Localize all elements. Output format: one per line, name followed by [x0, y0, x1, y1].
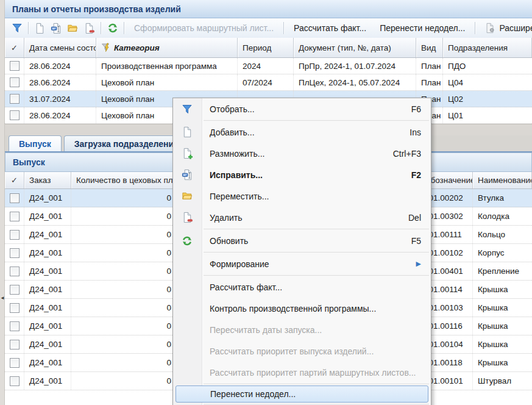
column-header-qty[interactable]: Количество в цеховых планах: [71, 172, 177, 188]
menu-item-udalit[interactable]: Удалить Del: [173, 207, 431, 228]
menu-separator: [204, 229, 429, 229]
calc-fact-button[interactable]: Рассчитать факт...: [287, 23, 373, 33]
menu-item-prioritet-vypuska: Рассчитать приоритет выпуска изделий...: [173, 340, 431, 362]
tab-zagruzka-podrazdelenij[interactable]: Загрузка подразделений: [64, 135, 190, 151]
cell-qty: 0: [71, 299, 177, 317]
column-header-date[interactable]: Дата смены состояния: [24, 38, 96, 57]
filter-button[interactable]: [9, 21, 25, 36]
menu-item-label: Рассчитать приоритет выпуска изделий...: [210, 346, 374, 356]
row-checkbox[interactable]: [10, 285, 20, 295]
extended-button-label: Расширенный: [499, 23, 532, 33]
row-check-cell: [5, 299, 24, 317]
cell-qty: 0: [71, 207, 177, 225]
row-checkbox[interactable]: [10, 193, 20, 203]
toolbar-separator: [101, 22, 101, 34]
menu-item-obnovit[interactable]: Обновить F5: [173, 230, 431, 251]
menu-item-shortcut: F5: [399, 236, 421, 246]
make-route-list-button: Сформировать маршрутный лист...: [127, 23, 280, 33]
row-checkbox[interactable]: [10, 248, 20, 258]
menu-item-dobavit[interactable]: Добавить... Ins: [173, 121, 431, 143]
row-checkbox[interactable]: [10, 267, 20, 276]
copy-document-icon: [181, 148, 193, 160]
edit-record-button[interactable]: [48, 21, 65, 36]
row-checkbox[interactable]: [10, 230, 20, 240]
add-record-button[interactable]: [32, 21, 48, 36]
check-column-icon: ✓: [11, 176, 18, 185]
context-menu: Отобрать... F6 Добавить... Ins Размножит…: [172, 98, 431, 405]
menu-separator: [204, 120, 429, 121]
row-checkbox[interactable]: [10, 77, 20, 87]
menu-separator: [204, 275, 429, 276]
table-row[interactable]: 28.06.2024 Цеховой план 07/2024 ПлЦех, 2…: [5, 74, 532, 91]
row-check-cell: [5, 207, 24, 225]
row-check-cell: [5, 372, 24, 390]
row-checkbox[interactable]: [10, 94, 20, 104]
menu-item-label: Формирование: [210, 259, 269, 269]
row-checkbox[interactable]: [10, 303, 20, 313]
cell-qty: 0: [71, 226, 177, 243]
menu-item-formirovanie[interactable]: Формирование ▶: [173, 253, 431, 274]
row-checkbox[interactable]: [10, 110, 20, 120]
row-checkbox[interactable]: [10, 358, 20, 368]
menu-item-kontrol-programmy[interactable]: Контроль производственной программы...: [173, 298, 431, 319]
refresh-icon: [107, 23, 118, 34]
row-check-cell: [5, 281, 24, 298]
row-check-cell: [5, 262, 24, 280]
extended-settings-icon: [484, 23, 495, 34]
row-checkbox[interactable]: [10, 321, 20, 331]
menu-item-razmnozhit[interactable]: Размножить... Ctrl+F3: [173, 143, 431, 164]
column-header-period[interactable]: Период: [238, 38, 294, 57]
menu-item-label: Перенести недодел...: [210, 389, 296, 399]
menu-item-rasschitat-fakt[interactable]: Рассчитать факт...: [173, 276, 431, 298]
extended-button[interactable]: Расширенный: [478, 23, 532, 34]
menu-item-label: Обновить: [210, 236, 248, 246]
cell-date: 28.06.2024: [24, 58, 96, 74]
cell-period: 2024: [238, 58, 294, 74]
menu-item-perenesti-nedodel[interactable]: Перенести недодел...: [176, 385, 428, 403]
new-document-icon: [181, 126, 193, 138]
menu-item-otobrat[interactable]: Отобрать... F6: [173, 98, 431, 120]
table-row[interactable]: 28.06.2024 Производственная программа 20…: [5, 58, 532, 74]
column-header-kind[interactable]: Вид: [416, 38, 443, 57]
cell-order: Д24_001: [24, 335, 71, 353]
panel-collapse-strip[interactable]: ◄: [0, 0, 5, 405]
cell-name: Втулка: [473, 189, 532, 207]
delete-record-button[interactable]: [81, 21, 98, 36]
row-checkbox[interactable]: [10, 61, 20, 71]
row-checkbox[interactable]: [10, 340, 20, 349]
column-header-category[interactable]: Категория: [96, 38, 238, 57]
menu-item-label: Добавить...: [210, 127, 255, 137]
menu-item-shortcut: Ctrl+F3: [381, 149, 421, 159]
cell-name: Крепление: [473, 262, 532, 280]
row-check-cell: [5, 317, 24, 335]
column-header-check[interactable]: ✓: [5, 38, 24, 57]
row-checkbox[interactable]: [10, 212, 20, 221]
row-check-cell: [5, 107, 24, 123]
column-header-departments[interactable]: Подразделения: [443, 38, 532, 57]
refresh-icon: [181, 235, 193, 247]
collapse-arrow-icon[interactable]: ◄: [0, 294, 5, 303]
cell-order: Д24_001: [24, 226, 71, 243]
menu-item-label: Исправить...: [210, 170, 263, 180]
menu-item-label: Рассчитать приоритет партий маршрутных л…: [210, 368, 416, 378]
row-checkbox[interactable]: [10, 376, 20, 386]
cell-departments: Ц02: [443, 91, 532, 107]
cell-name: Крышка: [473, 335, 532, 353]
cell-order: Д24_001: [24, 299, 71, 317]
move-record-button[interactable]: [65, 21, 81, 36]
column-header-document[interactable]: Документ (тип, №, дата): [294, 38, 416, 57]
menu-item-prioritet-partij: Рассчитать приоритет партий маршрутных л…: [173, 362, 431, 383]
column-header-order[interactable]: Заказ: [24, 172, 71, 188]
menu-item-peremestit[interactable]: Переместить...: [173, 185, 431, 207]
cell-kind: План: [416, 58, 443, 74]
menu-item-label: Удалить: [210, 213, 242, 223]
refresh-button[interactable]: [104, 21, 121, 36]
cell-qty: 0: [71, 189, 177, 207]
menu-item-ispravit[interactable]: Исправить... F2: [173, 164, 431, 185]
column-header-check[interactable]: ✓: [5, 172, 24, 188]
menu-item-pereschitat-daty: Пересчитать даты запуска...: [173, 319, 431, 340]
tab-vypusk[interactable]: Выпуск: [9, 135, 62, 151]
cell-name: Крышка: [473, 281, 532, 298]
move-shortfall-button[interactable]: Перенести недодел...: [373, 23, 472, 33]
column-header-name[interactable]: Наименование: [473, 172, 532, 188]
